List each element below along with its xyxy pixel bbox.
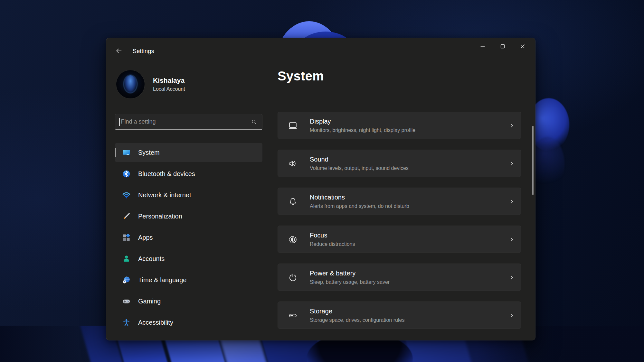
card-subtitle: Volume levels, output, input, sound devi… <box>310 165 409 171</box>
avatar <box>116 70 145 98</box>
notifications-icon <box>288 197 298 207</box>
sidebar-item-label: Apps <box>138 234 153 241</box>
minimize-icon <box>479 43 486 50</box>
sidebar-item-label: Network & internet <box>138 191 191 199</box>
card-power-battery[interactable]: Power & battery Sleep, battery usage, ba… <box>278 264 521 291</box>
sidebar-item-label: Personalization <box>138 213 182 220</box>
sidebar-item-time-language[interactable]: Time & language <box>115 270 262 290</box>
account-type: Local Account <box>153 86 185 92</box>
search-box[interactable] <box>115 114 262 130</box>
card-subtitle: Monitors, brightness, night light, displ… <box>310 127 415 133</box>
wallpaper-bloom-right-lower <box>531 137 564 191</box>
sidebar-item-label: Bluetooth & devices <box>138 170 195 178</box>
focus-icon <box>288 235 298 245</box>
sidebar-item-label: Accessibility <box>138 319 173 326</box>
sound-icon <box>288 159 298 169</box>
card-storage[interactable]: Storage Storage space, drives, configura… <box>278 302 521 329</box>
minimize-button[interactable] <box>473 39 493 53</box>
caption-buttons <box>473 39 533 53</box>
card-subtitle: Alerts from apps and system, do not dist… <box>310 203 409 209</box>
account-name: Kishalaya <box>153 77 185 84</box>
maximize-icon <box>499 43 506 50</box>
card-subtitle: Storage space, drives, configuration rul… <box>310 317 404 323</box>
sidebar-item-label: Gaming <box>138 298 161 305</box>
card-title: Notifications <box>310 194 409 201</box>
titlebar: Settings <box>106 38 535 58</box>
card-subtitle: Reduce distractions <box>310 241 355 247</box>
personalization-icon <box>122 212 131 221</box>
chevron-right-icon <box>508 236 515 243</box>
power-icon <box>288 273 298 283</box>
selection-indicator <box>115 148 116 157</box>
scrollbar-thumb[interactable] <box>532 126 534 195</box>
sidebar-item-label: Time & language <box>138 276 186 284</box>
sidebar-item-system[interactable]: System <box>115 143 262 162</box>
sidebar-item-network-internet[interactable]: Network & internet <box>115 185 262 205</box>
card-display[interactable]: Display Monitors, brightness, night ligh… <box>278 112 521 139</box>
page-title: System <box>278 69 324 83</box>
card-sound[interactable]: Sound Volume levels, output, input, soun… <box>278 150 521 177</box>
chevron-right-icon <box>508 122 515 129</box>
card-title: Power & battery <box>310 270 390 277</box>
sidebar-item-apps[interactable]: Apps <box>115 228 262 247</box>
system-icon <box>122 148 131 157</box>
close-button[interactable] <box>513 39 533 53</box>
gaming-icon <box>122 297 131 306</box>
settings-cards: Display Monitors, brightness, night ligh… <box>278 112 521 339</box>
search-icon <box>251 118 258 125</box>
storage-icon <box>288 311 298 320</box>
chevron-right-icon <box>508 274 515 281</box>
display-icon <box>288 121 298 131</box>
sidebar-item-personalization[interactable]: Personalization <box>115 207 262 226</box>
chevron-right-icon <box>508 160 515 167</box>
network-icon <box>122 191 131 200</box>
back-button[interactable] <box>113 46 124 57</box>
sidebar-item-accessibility[interactable]: Accessibility <box>115 313 262 332</box>
app-title: Settings <box>133 48 154 55</box>
card-title: Sound <box>310 156 409 163</box>
bluetooth-icon <box>122 170 131 178</box>
maximize-button[interactable] <box>493 39 513 53</box>
accessibility-icon <box>122 318 131 327</box>
account-header: Kishalaya Local Account <box>116 70 185 98</box>
card-title: Display <box>310 118 415 125</box>
back-arrow-icon <box>115 47 123 55</box>
sidebar-item-accounts[interactable]: Accounts <box>115 249 262 268</box>
card-title: Storage <box>310 308 404 315</box>
settings-window: Settings Kishalaya Local Account <box>106 38 535 340</box>
card-focus[interactable]: Focus Reduce distractions <box>278 226 521 253</box>
sidebar-item-label: Accounts <box>138 255 165 263</box>
search-input[interactable] <box>120 114 251 129</box>
time-language-icon <box>122 276 131 284</box>
chevron-right-icon <box>508 312 515 319</box>
sidebar-item-bluetooth-devices[interactable]: Bluetooth & devices <box>115 164 262 183</box>
card-title: Focus <box>310 232 355 239</box>
chevron-right-icon <box>508 198 515 205</box>
sidebar-item-label: System <box>138 149 160 156</box>
accounts-icon <box>122 255 131 263</box>
card-notifications[interactable]: Notifications Alerts from apps and syste… <box>278 188 521 215</box>
sidebar-item-gaming[interactable]: Gaming <box>115 292 262 311</box>
apps-icon <box>122 233 131 242</box>
card-subtitle: Sleep, battery usage, battery saver <box>310 279 390 285</box>
close-icon <box>519 43 526 50</box>
sidebar-nav: System Bluetooth & devices Network & int… <box>115 143 262 334</box>
